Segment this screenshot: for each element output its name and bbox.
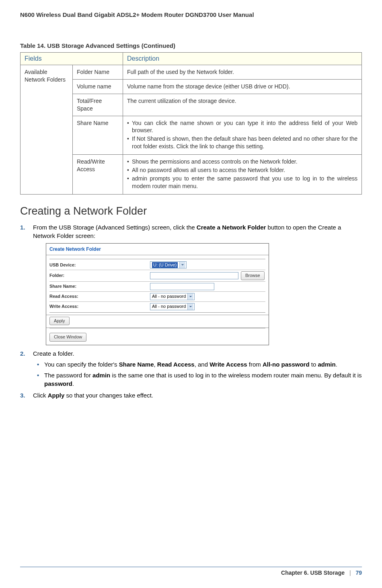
- field-desc: The current utilization of the storage d…: [123, 94, 362, 116]
- field-desc: You can click the name shown or you can …: [123, 116, 362, 155]
- page-footer: Chapter 6. USB Storage | 79: [20, 567, 362, 576]
- bullet-item: All no password allows all users to acce…: [127, 166, 357, 174]
- dialog-title: Create Network Folder: [46, 244, 269, 256]
- footer-page-number: 79: [355, 570, 362, 576]
- step-item: From the USB Storage (Advanced Settings)…: [20, 223, 362, 345]
- share-name-label: Share Name:: [49, 283, 150, 289]
- bullet-item: Shows the permissions and access control…: [127, 158, 357, 166]
- field-name: Folder Name: [73, 65, 123, 80]
- field-name: Read/Write Access: [73, 155, 123, 195]
- sub-bullet: The password for admin is the same one t…: [33, 371, 362, 388]
- manual-title: N600 Wireless Dual Band Gigabit ADSL2+ M…: [20, 11, 254, 18]
- write-access-select[interactable]: All - no password: [150, 303, 195, 310]
- steps-list: From the USB Storage (Advanced Settings)…: [20, 223, 362, 400]
- read-access-select[interactable]: All - no password: [150, 293, 195, 300]
- usb-device-select[interactable]: U: (U Drive): [150, 261, 187, 268]
- share-name-input[interactable]: [150, 283, 214, 290]
- footer-chapter: Chapter 6. USB Storage: [281, 570, 345, 576]
- folder-input[interactable]: [150, 272, 238, 279]
- table-caption: Table 14. USB Storage Advanced Settings …: [20, 42, 362, 49]
- write-access-label: Write Access:: [49, 303, 150, 309]
- step1-pre: From the USB Storage (Advanced Settings)…: [33, 224, 197, 231]
- usb-device-label: USB Device:: [49, 262, 150, 268]
- field-name: Share Name: [73, 116, 123, 155]
- field-desc: Volume name from the storage device (eit…: [123, 79, 362, 94]
- table-head-description: Description: [123, 53, 362, 65]
- page-content: Table 14. USB Storage Advanced Settings …: [0, 18, 382, 400]
- sub-bullet: You can specify the folder's Share Name,…: [33, 360, 362, 369]
- form-row: Share Name:: [49, 282, 265, 292]
- write-access-value: All - no password: [152, 303, 186, 309]
- table-row: Available Network Folders Folder Name Fu…: [21, 65, 362, 80]
- table-head-fields: Fields: [21, 53, 123, 65]
- section-heading: Creating a Network Folder: [20, 205, 362, 217]
- create-network-folder-screenshot: Create Network Folder USB Device: U: (U …: [46, 243, 269, 345]
- form-row: Folder: Browse: [49, 270, 265, 281]
- field-name: Total/Free Space: [73, 94, 123, 116]
- chevron-down-icon: [187, 293, 193, 300]
- field-desc: Shows the permissions and access control…: [123, 155, 362, 195]
- browse-button[interactable]: Browse: [241, 271, 265, 280]
- step-item: Click Apply so that your changes take ef…: [20, 391, 362, 400]
- step-item: Create a folder. You can specify the fol…: [20, 349, 362, 388]
- form-row: Read Access: All - no password: [49, 292, 265, 302]
- step2-text: Create a folder.: [33, 350, 74, 357]
- form-row: USB Device: U: (U Drive): [49, 260, 265, 270]
- apply-button[interactable]: Apply: [49, 317, 70, 325]
- usb-advanced-settings-table: Fields Description Available Network Fol…: [20, 52, 362, 195]
- close-window-button[interactable]: Close Window: [49, 333, 86, 341]
- page-header: N600 Wireless Dual Band Gigabit ADSL2+ M…: [0, 0, 382, 18]
- read-access-value: All - no password: [152, 293, 186, 299]
- step1-bold: Create a Network Folder: [197, 224, 266, 231]
- chevron-down-icon: [187, 303, 193, 310]
- read-access-label: Read Access:: [49, 293, 150, 299]
- chevron-down-icon: [179, 262, 185, 268]
- footer-separator: |: [349, 570, 351, 576]
- row-group-label: Available Network Folders: [21, 65, 73, 195]
- usb-device-value: U: (U Drive): [152, 262, 178, 268]
- field-name: Volume name: [73, 79, 123, 94]
- bullet-item: If Not Shared is shown, then the default…: [127, 135, 357, 150]
- bullet-item: You can click the name shown or you can …: [127, 119, 357, 135]
- form-row: Write Access: All - no password: [49, 302, 265, 311]
- field-desc: Full path of the used by the Network fol…: [123, 65, 362, 80]
- folder-label: Folder:: [49, 272, 150, 279]
- bullet-item: admin prompts you to enter the same pass…: [127, 175, 357, 190]
